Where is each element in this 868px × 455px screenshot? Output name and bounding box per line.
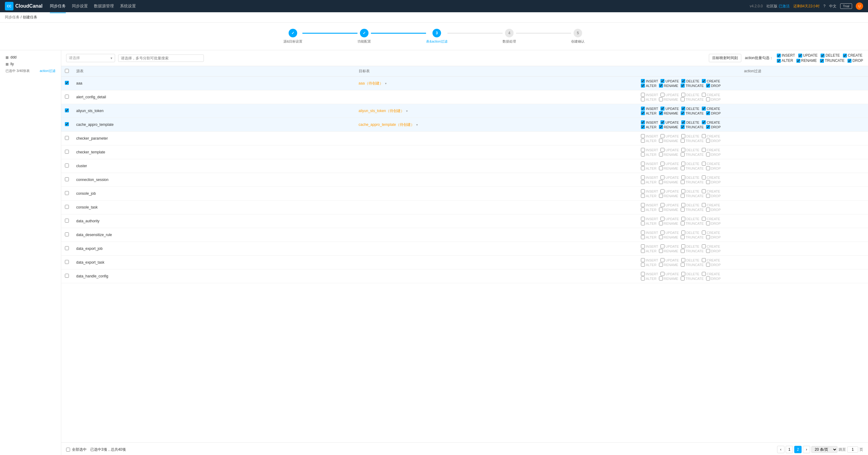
nav-item-sync-settings[interactable]: 同步设置 — [72, 2, 88, 10]
action-insert-row-7[interactable]: INSERT — [641, 162, 658, 165]
action-create-row-12[interactable]: CREATE — [702, 231, 720, 235]
action-insert-row-3[interactable]: INSERT — [641, 107, 658, 111]
action-update-row-13[interactable]: UPDATE — [660, 244, 679, 248]
trial-button[interactable]: Trial — [840, 3, 852, 9]
avatar[interactable]: U — [856, 2, 863, 10]
action-insert-row-2[interactable]: INSERT — [641, 93, 658, 97]
row-checkbox-3[interactable] — [65, 109, 69, 112]
action-insert-row-11[interactable]: INSERT — [641, 217, 658, 221]
action-create-row-11[interactable]: CREATE — [702, 217, 720, 221]
action-truncate-row-13[interactable]: TRUNCATE — [681, 249, 704, 253]
row-checkbox-15[interactable] — [65, 274, 69, 278]
action-alter-row-8[interactable]: ALTER — [641, 180, 656, 184]
action-update-row-2[interactable]: UPDATE — [660, 93, 679, 97]
action-rename-row-4[interactable]: RENAME — [659, 125, 678, 129]
checkbox-insert-header[interactable]: INSERT — [777, 53, 795, 58]
action-drop-row-8[interactable]: DROP — [706, 180, 721, 184]
action-update-row-11[interactable]: UPDATE — [660, 217, 679, 221]
action-delete-row-13[interactable]: DELETE — [681, 244, 700, 248]
action-insert-row-1[interactable]: INSERT — [641, 79, 658, 83]
row-checkbox-1[interactable] — [65, 81, 69, 85]
action-drop-row-6[interactable]: DROP — [706, 152, 721, 156]
action-truncate-row-6[interactable]: TRUNCATE — [681, 152, 704, 156]
row-checkbox-13[interactable] — [65, 246, 69, 250]
action-rename-row-9[interactable]: RENAME — [659, 194, 678, 198]
action-insert-row-5[interactable]: INSERT — [641, 134, 658, 138]
action-create-row-6[interactable]: CREATE — [702, 148, 720, 152]
action-update-row-3[interactable]: UPDATE — [660, 107, 679, 111]
checkbox-truncate-header[interactable]: TRUNCATE — [820, 59, 844, 63]
action-rename-row-12[interactable]: RENAME — [659, 235, 678, 239]
action-truncate-row-15[interactable]: TRUNCATE — [681, 276, 704, 280]
action-insert-row-14[interactable]: INSERT — [641, 258, 658, 262]
action-rename-row-3[interactable]: RENAME — [659, 111, 678, 115]
lang-select[interactable]: 中文 — [829, 4, 836, 9]
row-checkbox-11[interactable] — [65, 219, 69, 222]
action-create-row-3[interactable]: CREATE — [702, 107, 720, 111]
action-alter-row-2[interactable]: ALTER — [641, 97, 656, 101]
action-rename-row-10[interactable]: RENAME — [659, 208, 678, 212]
action-delete-row-15[interactable]: DELETE — [681, 272, 700, 276]
action-create-row-9[interactable]: CREATE — [702, 189, 720, 193]
action-drop-row-12[interactable]: DROP — [706, 235, 721, 239]
nav-item-datasource[interactable]: 数据源管理 — [94, 2, 114, 10]
action-alter-row-12[interactable]: ALTER — [641, 235, 656, 239]
action-insert-row-9[interactable]: INSERT — [641, 189, 658, 193]
page-prev-btn[interactable]: ‹ — [777, 446, 784, 453]
action-drop-row-14[interactable]: DROP — [706, 263, 721, 267]
action-drop-row-7[interactable]: DROP — [706, 166, 721, 170]
action-filter-link[interactable]: action过滤 — [40, 68, 55, 73]
action-truncate-row-11[interactable]: TRUNCATE — [681, 221, 704, 225]
action-truncate-row-9[interactable]: TRUNCATE — [681, 194, 704, 198]
action-drop-row-3[interactable]: DROP — [706, 111, 721, 115]
action-rename-row-14[interactable]: RENAME — [659, 263, 678, 267]
action-rename-row-2[interactable]: RENAME — [659, 97, 678, 101]
action-truncate-row-1[interactable]: TRUNCATE — [681, 84, 704, 88]
action-create-row-15[interactable]: CREATE — [702, 272, 720, 276]
row-checkbox-14[interactable] — [65, 260, 69, 264]
row-checkbox-2[interactable] — [65, 95, 69, 99]
action-delete-row-8[interactable]: DELETE — [681, 176, 700, 179]
goto-input[interactable] — [847, 447, 858, 453]
action-drop-row-5[interactable]: DROP — [706, 139, 721, 143]
action-update-row-14[interactable]: UPDATE — [660, 258, 679, 262]
action-create-row-1[interactable]: CREATE — [702, 79, 720, 83]
action-delete-row-4[interactable]: DELETE — [681, 120, 700, 124]
action-truncate-row-7[interactable]: TRUNCATE — [681, 166, 704, 170]
nav-item-system[interactable]: 系统设置 — [120, 2, 136, 10]
checkbox-drop-header[interactable]: DROP — [847, 59, 863, 63]
page-next-btn[interactable]: › — [803, 446, 810, 453]
action-delete-row-3[interactable]: DELETE — [681, 107, 700, 111]
page-btn-1[interactable]: 1 — [786, 446, 793, 453]
page-btn-2[interactable]: 2 — [794, 446, 802, 453]
page-size-select[interactable]: 20 条/页 50 条/页 100 条/页 — [811, 446, 837, 453]
action-create-row-5[interactable]: CREATE — [702, 134, 720, 138]
action-rename-row-11[interactable]: RENAME — [659, 221, 678, 225]
action-rename-row-8[interactable]: RENAME — [659, 180, 678, 184]
action-alter-row-15[interactable]: ALTER — [641, 276, 656, 280]
select-all-checkbox[interactable] — [66, 448, 70, 452]
action-rename-row-15[interactable]: RENAME — [659, 276, 678, 280]
action-drop-row-13[interactable]: DROP — [706, 249, 721, 253]
action-delete-row-2[interactable]: DELETE — [681, 93, 700, 97]
action-insert-row-10[interactable]: INSERT — [641, 203, 658, 207]
action-delete-row-10[interactable]: DELETE — [681, 203, 700, 207]
help-icon[interactable]: ? — [823, 4, 826, 8]
action-drop-row-9[interactable]: DROP — [706, 194, 721, 198]
action-truncate-row-3[interactable]: TRUNCATE — [681, 111, 704, 115]
checkbox-update-header[interactable]: UPDATE — [798, 53, 818, 58]
row-checkbox-10[interactable] — [65, 205, 69, 209]
sidebar-item-ddd[interactable]: ▦ ddd — [4, 54, 57, 61]
row-checkbox-12[interactable] — [65, 233, 69, 236]
action-create-row-7[interactable]: CREATE — [702, 162, 720, 165]
target-dropdown-1[interactable]: ▾ — [385, 82, 386, 85]
action-update-row-1[interactable]: UPDATE — [660, 79, 679, 83]
action-alter-row-10[interactable]: ALTER — [641, 208, 656, 212]
action-delete-row-9[interactable]: DELETE — [681, 189, 700, 193]
action-update-row-8[interactable]: UPDATE — [660, 176, 679, 179]
action-insert-row-6[interactable]: INSERT — [641, 148, 658, 152]
action-alter-row-4[interactable]: ALTER — [641, 125, 656, 129]
action-alter-row-6[interactable]: ALTER — [641, 152, 656, 156]
action-update-row-4[interactable]: UPDATE — [660, 120, 679, 124]
row-checkbox-6[interactable] — [65, 150, 69, 154]
